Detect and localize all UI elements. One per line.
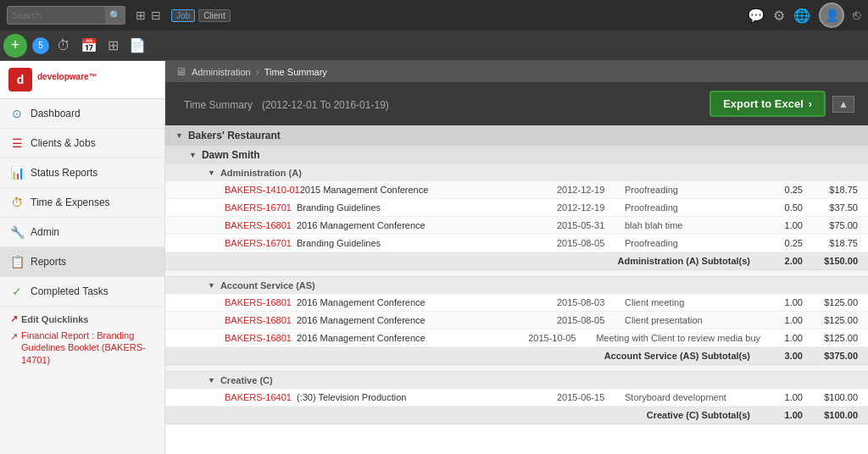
job-link[interactable]: BAKERS-16801 bbox=[225, 220, 297, 230]
timer-icon[interactable]: ⏱ bbox=[54, 36, 73, 56]
logo-icon: d bbox=[8, 68, 32, 91]
layout: d developware™ ⊙ Dashboard ☰ Clients & J… bbox=[0, 61, 868, 454]
search-input[interactable] bbox=[8, 8, 105, 22]
sidebar-item-completed-tasks[interactable]: ✓ Completed Tasks bbox=[0, 277, 164, 307]
row-amount: $18.75 bbox=[803, 238, 858, 248]
page-title: Time Summary (2012-12-01 To 2016-01-19) bbox=[179, 95, 389, 113]
row-amount: $125.00 bbox=[803, 315, 858, 325]
row-hours: 1.00 bbox=[760, 220, 803, 230]
sliders-icon[interactable]: ⊞ bbox=[136, 8, 146, 22]
filter-job-button[interactable]: Job bbox=[171, 9, 195, 22]
subtotal-label: Administration (A) Subtotal(s) bbox=[175, 256, 760, 266]
quicklink-arrow-icon: ↗ bbox=[10, 330, 18, 342]
group-bakers-restaurant[interactable]: ▼ Bakers' Restaurant bbox=[165, 125, 868, 146]
row-task: Client meeting bbox=[625, 297, 760, 307]
row-date: 2012-12-19 bbox=[557, 185, 625, 195]
row-task: Proofreading bbox=[625, 185, 760, 195]
sidebar-item-clients-jobs-label: Clients & Jobs bbox=[31, 137, 96, 149]
subtotal-hours: 1.00 bbox=[760, 410, 803, 420]
action-bar: + 5 ⏱ 📅 ⊞ 📄 bbox=[0, 30, 868, 61]
spacer bbox=[165, 365, 868, 372]
sidebar-item-dashboard[interactable]: ⊙ Dashboard bbox=[0, 99, 164, 129]
avatar[interactable]: 👤 bbox=[819, 3, 844, 28]
export-button[interactable]: Export to Excel › bbox=[709, 91, 826, 117]
logo-area: d developware™ bbox=[0, 61, 164, 99]
sidebar: d developware™ ⊙ Dashboard ☰ Clients & J… bbox=[0, 61, 165, 454]
top-bar: 🔍 ⊞ ⊟ Job Client 💬 ⚙ 🌐 👤 ⎋ bbox=[0, 0, 868, 30]
search-button[interactable]: 🔍 bbox=[105, 7, 125, 24]
category-triangle-icon: ▼ bbox=[208, 281, 215, 290]
calendar-icon[interactable]: 📅 bbox=[78, 35, 100, 56]
quicklink-item-0[interactable]: ↗ Financial Report : Branding Guidelines… bbox=[10, 329, 154, 366]
quicklinks-section: ↗ Edit Quicklinks ↗ Financial Report : B… bbox=[0, 307, 164, 376]
row-hours: 1.00 bbox=[760, 392, 803, 402]
row-date: 2012-12-19 bbox=[557, 202, 625, 213]
subtotal-row-account-service: Account Service (AS) Subtotal(s) 3.00 $3… bbox=[165, 347, 868, 365]
category-creative[interactable]: ▼ Creative (C) bbox=[165, 372, 868, 389]
globe-icon[interactable]: 🌐 bbox=[793, 8, 810, 24]
quicklinks-arrow-icon: ↗ bbox=[10, 313, 18, 324]
time-expenses-icon: ⏱ bbox=[10, 196, 24, 209]
category-account-service[interactable]: ▼ Account Service (AS) bbox=[165, 277, 868, 294]
breadcrumb-home-icon: 🖥 bbox=[175, 65, 186, 78]
row-desc: 2015 Management Conference bbox=[300, 185, 557, 195]
admin-icon: 🔧 bbox=[10, 225, 24, 239]
settings-icon[interactable]: ⚙ bbox=[773, 8, 785, 24]
category-administration[interactable]: ▼ Administration (A) bbox=[165, 164, 868, 181]
job-link[interactable]: BAKERS-16701 bbox=[225, 202, 297, 213]
job-link[interactable]: BAKERS-16701 bbox=[225, 238, 297, 248]
document-icon[interactable]: 📄 bbox=[126, 35, 148, 56]
row-date: 2015-06-15 bbox=[557, 392, 625, 402]
sidebar-item-admin[interactable]: 🔧 Admin bbox=[0, 218, 164, 247]
completed-tasks-icon: ✓ bbox=[10, 285, 24, 298]
filter-client-button[interactable]: Client bbox=[198, 9, 231, 22]
table-row: BAKERS-16701 Branding Guidelines 2015-08… bbox=[165, 235, 868, 252]
row-desc: 2016 Management Conference bbox=[297, 297, 557, 307]
row-amount: $125.00 bbox=[803, 333, 858, 343]
quicklinks-title[interactable]: ↗ Edit Quicklinks bbox=[10, 313, 154, 324]
sidebar-item-status-reports[interactable]: 📊 Status Reports bbox=[0, 158, 164, 188]
row-hours: 0.25 bbox=[760, 238, 803, 248]
row-hours: 1.00 bbox=[760, 333, 803, 343]
table-icon[interactable]: ⊞ bbox=[105, 35, 121, 56]
top-bar-icons: ⊞ ⊟ bbox=[136, 8, 161, 22]
subtotal-label: Account Service (AS) Subtotal(s) bbox=[175, 351, 760, 361]
add-button[interactable]: + bbox=[3, 34, 27, 58]
row-date: 2015-08-05 bbox=[557, 238, 625, 248]
table-row: BAKERS-16401 (:30) Television Production… bbox=[165, 389, 868, 407]
chat-icon[interactable]: 💬 bbox=[748, 8, 765, 24]
breadcrumb-administration[interactable]: Administration bbox=[192, 67, 251, 77]
table-row: BAKERS-16801 2016 Management Conference … bbox=[165, 294, 868, 312]
subtotal-hours: 2.00 bbox=[760, 256, 803, 266]
job-link[interactable]: BAKERS-16801 bbox=[225, 333, 297, 343]
sidebar-item-reports-label: Reports bbox=[31, 256, 66, 268]
sidebar-item-time-expenses[interactable]: ⏱ Time & Expenses bbox=[0, 188, 164, 218]
scroll-up-button[interactable]: ▲ bbox=[832, 96, 854, 113]
subtotal-amount: $375.00 bbox=[803, 351, 858, 361]
table-row: BAKERS-16701 Branding Guidelines 2012-12… bbox=[165, 199, 868, 217]
notification-badge[interactable]: 5 bbox=[32, 37, 49, 54]
job-link[interactable]: BAKERS-16801 bbox=[225, 315, 297, 325]
job-link[interactable]: BAKERS-1410-01 bbox=[225, 185, 300, 195]
subtotal-row-creative: Creative (C) Subtotal(s) 1.00 $100.00 bbox=[165, 407, 868, 424]
page-header: Time Summary (2012-12-01 To 2016-01-19) … bbox=[165, 82, 868, 125]
job-link[interactable]: BAKERS-16401 bbox=[225, 392, 297, 402]
sidebar-item-admin-label: Admin bbox=[31, 226, 59, 238]
category-triangle-icon: ▼ bbox=[208, 376, 215, 385]
subtotal-amount: $150.00 bbox=[803, 256, 858, 266]
row-hours: 1.00 bbox=[760, 315, 803, 325]
job-link[interactable]: BAKERS-16801 bbox=[225, 297, 297, 307]
sidebar-item-clients-jobs[interactable]: ☰ Clients & Jobs bbox=[0, 129, 164, 158]
breadcrumb-time-summary[interactable]: Time Summary bbox=[264, 67, 327, 77]
subtotal-row-administration: Administration (A) Subtotal(s) 2.00 $150… bbox=[165, 252, 868, 270]
subgroup-dawn-smith[interactable]: ▼ Dawn Smith bbox=[165, 146, 868, 164]
table-row: BAKERS-16801 2016 Management Conference … bbox=[165, 217, 868, 235]
grid-icon[interactable]: ⊟ bbox=[151, 8, 161, 22]
top-bar-right: 💬 ⚙ 🌐 👤 ⎋ bbox=[748, 3, 861, 28]
sidebar-item-status-reports-label: Status Reports bbox=[31, 167, 97, 179]
row-amount: $75.00 bbox=[803, 220, 858, 230]
sidebar-item-reports[interactable]: 📋 Reports bbox=[0, 247, 164, 277]
row-desc: 2016 Management Conference bbox=[297, 220, 557, 230]
logout-icon[interactable]: ⎋ bbox=[853, 8, 861, 23]
dashboard-icon: ⊙ bbox=[10, 107, 24, 120]
